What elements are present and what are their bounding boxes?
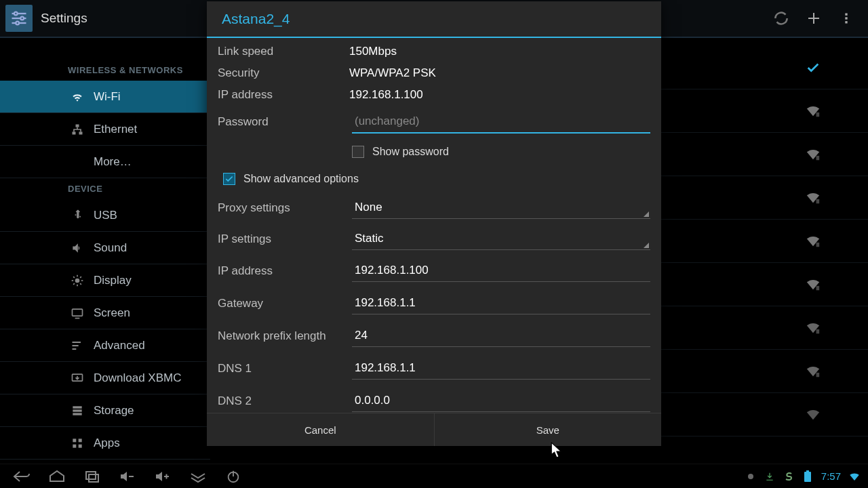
recents-button-icon[interactable] — [75, 464, 110, 489]
gateway-label: Gateway — [218, 297, 352, 310]
show-advanced-row[interactable]: Show advanced options — [218, 165, 650, 192]
svg-rect-45 — [129, 476, 134, 477]
security-value: WPA/WPA2 PSK — [349, 66, 436, 80]
volume-down-icon[interactable] — [110, 464, 145, 489]
dns2-label: DNS 2 — [218, 394, 352, 408]
cancel-button[interactable]: Cancel — [207, 413, 434, 446]
save-button[interactable]: Save — [434, 413, 662, 446]
system-bar: 7:57 — [0, 464, 868, 488]
ip-info-label: IP address — [218, 88, 349, 102]
svg-rect-44 — [89, 474, 98, 482]
gateway-input[interactable] — [352, 292, 650, 314]
hide-bar-icon[interactable] — [180, 464, 216, 489]
volume-up-icon[interactable] — [145, 464, 180, 489]
security-label: Security — [218, 66, 349, 80]
show-password-row[interactable]: Show password — [218, 138, 650, 165]
prefix-label: Network prefix length — [218, 329, 352, 343]
link-speed-value: 150Mbps — [349, 45, 397, 58]
link-speed-label: Link speed — [218, 45, 349, 58]
wifi-config-dialog: Astana2_4 Link speed150Mbps SecurityWPA/… — [207, 1, 661, 446]
password-label: Password — [218, 115, 352, 129]
notification-dot-icon[interactable] — [744, 470, 757, 483]
battery-icon[interactable] — [801, 470, 814, 483]
svg-rect-43 — [86, 472, 96, 479]
ip-address-input[interactable] — [352, 260, 650, 282]
dropdown-icon — [644, 243, 649, 248]
show-password-checkbox[interactable] — [352, 146, 364, 158]
dialog-button-bar: Cancel Save — [207, 413, 661, 446]
dialog-scrim: Astana2_4 Link speed150Mbps SecurityWPA/… — [0, 0, 868, 464]
s-status-icon[interactable] — [782, 470, 795, 483]
download-status-icon[interactable] — [763, 470, 776, 483]
dialog-body[interactable]: Link speed150Mbps SecurityWPA/WPA2 PSK I… — [207, 38, 661, 413]
clock[interactable]: 7:57 — [821, 470, 841, 482]
svg-rect-47 — [166, 474, 167, 479]
show-advanced-label: Show advanced options — [243, 173, 359, 185]
dns2-input[interactable] — [352, 390, 650, 412]
ip-settings-label: IP settings — [218, 232, 352, 246]
ip-info-value: 192.168.1.100 — [349, 88, 423, 102]
show-password-label: Show password — [372, 146, 449, 158]
show-advanced-checkbox[interactable] — [223, 173, 235, 185]
dns1-input[interactable] — [352, 357, 650, 380]
svg-rect-51 — [804, 472, 811, 482]
svg-point-50 — [748, 474, 753, 479]
proxy-select[interactable]: None — [352, 197, 650, 219]
svg-rect-52 — [806, 470, 809, 472]
password-input[interactable] — [352, 110, 650, 134]
home-button-icon[interactable] — [39, 464, 75, 489]
ip-address-label: IP address — [218, 264, 352, 278]
ip-settings-select[interactable]: Static — [352, 228, 650, 250]
back-button-icon[interactable] — [4, 464, 39, 489]
proxy-label: Proxy settings — [218, 201, 352, 215]
wifi-status-icon[interactable] — [848, 470, 861, 483]
dns1-label: DNS 1 — [218, 362, 352, 375]
power-icon[interactable] — [216, 464, 251, 489]
prefix-input[interactable] — [352, 325, 650, 347]
dropdown-icon — [644, 211, 649, 217]
dialog-title: Astana2_4 — [207, 1, 661, 37]
